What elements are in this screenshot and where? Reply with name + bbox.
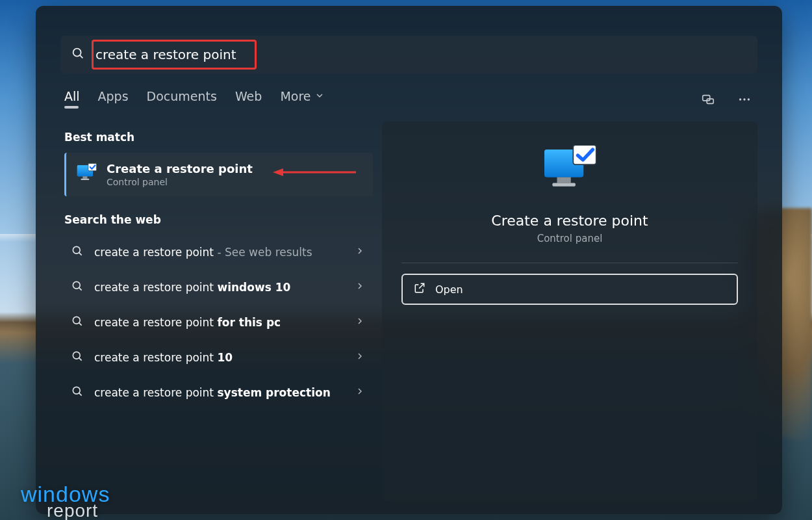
search-icon — [71, 315, 84, 330]
search-input[interactable] — [94, 46, 747, 63]
more-options-icon[interactable] — [735, 90, 754, 109]
detail-title: Create a restore point — [491, 213, 648, 229]
search-bar[interactable] — [60, 36, 757, 73]
svg-line-19 — [79, 323, 82, 326]
svg-point-18 — [73, 317, 80, 324]
svg-line-1 — [80, 55, 82, 58]
open-button-label: Open — [435, 283, 463, 296]
tab-label: Web — [235, 89, 262, 103]
web-result-text: create a restore point for this pc — [94, 315, 344, 330]
watermark-line2: report — [47, 504, 110, 517]
svg-rect-26 — [552, 183, 575, 187]
tab-label: Apps — [98, 89, 129, 103]
web-result[interactable]: create a restore point for this pc — [64, 306, 373, 339]
detail-subtitle: Control panel — [537, 233, 603, 244]
web-result-text: create a restore point system protection — [94, 385, 344, 400]
chevron-down-icon — [314, 89, 325, 103]
tab-documents[interactable]: Documents — [147, 89, 217, 110]
feedback-icon[interactable] — [699, 90, 717, 109]
chevron-right-icon — [355, 351, 365, 364]
svg-point-0 — [73, 49, 81, 57]
best-match-title: Create a restore point — [107, 162, 253, 176]
svg-rect-25 — [557, 177, 571, 183]
svg-point-20 — [73, 352, 80, 359]
web-result[interactable]: create a restore point - See web results — [64, 235, 373, 269]
web-result-text: create a restore point - See web results — [94, 245, 344, 260]
watermark: windows report — [21, 487, 110, 517]
web-result[interactable]: create a restore point windows 10 — [64, 270, 373, 304]
search-icon — [71, 244, 84, 260]
svg-point-6 — [748, 98, 750, 100]
svg-point-4 — [739, 98, 741, 100]
search-icon — [71, 350, 84, 365]
chevron-right-icon — [355, 246, 365, 259]
tab-web[interactable]: Web — [235, 89, 262, 110]
chevron-right-icon — [355, 316, 365, 329]
search-icon — [71, 46, 85, 63]
web-result[interactable]: create a restore point 10 — [64, 341, 373, 374]
tab-label: More — [280, 89, 311, 103]
best-match-result[interactable]: Create a restore point Control panel — [64, 153, 373, 196]
svg-line-23 — [79, 393, 82, 396]
svg-rect-2 — [703, 96, 710, 101]
svg-point-22 — [73, 387, 80, 394]
svg-line-21 — [79, 358, 82, 361]
section-best-match: Best match — [64, 131, 373, 144]
web-result-text: create a restore point windows 10 — [94, 280, 344, 295]
tab-apps[interactable]: Apps — [98, 89, 129, 110]
svg-line-17 — [79, 288, 82, 291]
web-result-text: create a restore point 10 — [94, 350, 344, 365]
svg-point-16 — [73, 281, 80, 289]
tab-more[interactable]: More — [280, 89, 325, 110]
section-search-web: Search the web — [64, 213, 373, 226]
svg-rect-10 — [81, 178, 90, 179]
best-match-subtitle: Control panel — [107, 177, 253, 187]
tab-label: All — [64, 89, 80, 103]
search-panel: All Apps Documents Web More — [36, 6, 782, 514]
results-column: Best match Create a restore point — [49, 122, 377, 501]
monitor-check-icon — [75, 162, 97, 187]
tab-label: Documents — [147, 89, 217, 103]
divider — [401, 263, 738, 263]
search-icon — [71, 385, 84, 400]
open-button[interactable]: Open — [401, 274, 738, 305]
chevron-right-icon — [355, 386, 365, 399]
web-results-list: create a restore point - See web results… — [64, 235, 373, 410]
svg-rect-9 — [82, 176, 87, 179]
annotation-arrow — [273, 166, 357, 179]
svg-point-14 — [73, 246, 80, 254]
open-external-icon — [413, 281, 426, 297]
web-result[interactable]: create a restore point system protection — [64, 376, 373, 410]
search-icon — [71, 280, 84, 295]
chevron-right-icon — [355, 281, 365, 294]
detail-pane: Create a restore point Control panel Ope… — [382, 122, 757, 501]
monitor-check-icon — [542, 145, 598, 198]
svg-point-5 — [743, 98, 745, 100]
filter-tabs: All Apps Documents Web More — [64, 89, 754, 110]
svg-line-15 — [79, 253, 82, 255]
tab-all[interactable]: All — [64, 89, 80, 110]
svg-marker-13 — [273, 168, 283, 176]
